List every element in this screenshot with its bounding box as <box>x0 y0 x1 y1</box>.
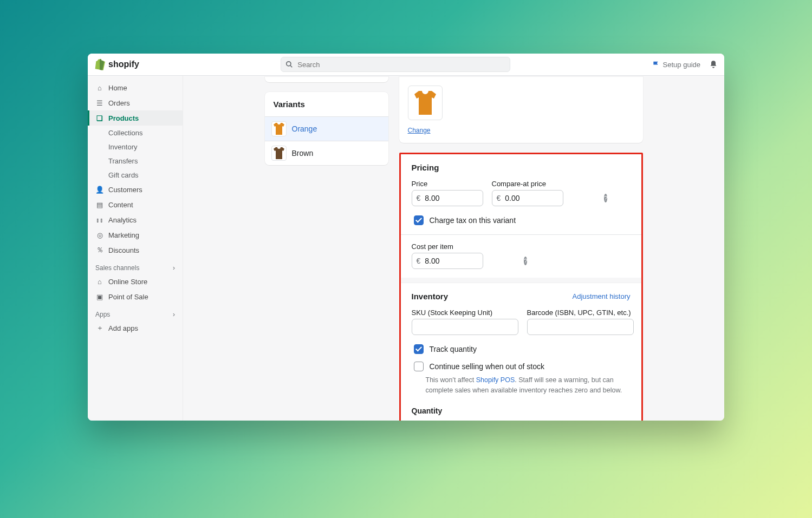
search-input[interactable] <box>281 57 510 72</box>
change-image-link[interactable]: Change <box>408 127 431 134</box>
nav-products[interactable]: ❏Products <box>88 110 183 126</box>
cost-field[interactable] <box>424 256 521 266</box>
variant-thumb <box>271 121 287 136</box>
inventory-title: Inventory <box>412 292 449 301</box>
sales-channels-header[interactable]: Sales channels› <box>88 258 183 274</box>
nav-home[interactable]: ⌂Home <box>88 80 183 95</box>
content-icon: ▤ <box>95 201 104 209</box>
compare-label: Compare-at price <box>492 180 563 188</box>
adjustment-history-link[interactable]: Adjustment history <box>573 292 631 300</box>
pricing-card: Pricing Price € <box>401 154 641 278</box>
person-icon: 👤 <box>95 186 104 194</box>
nav-transfers[interactable]: Transfers <box>88 154 183 168</box>
nav-online-store[interactable]: ⌂Online Store <box>88 274 183 289</box>
bell-icon[interactable] <box>709 60 718 69</box>
nav-marketing[interactable]: ◎Marketing <box>88 227 183 242</box>
nav-inventory[interactable]: Inventory <box>88 140 183 154</box>
tshirt-icon <box>274 147 284 159</box>
app-window: shopify Setup guide ⌂Home ☰Orders ❏Produ… <box>88 54 724 421</box>
quantity-title: Quantity <box>412 406 631 415</box>
logo[interactable]: shopify <box>94 58 139 70</box>
nav-pos[interactable]: ▣Point of Sale <box>88 289 183 304</box>
store-icon: ⌂ <box>95 278 104 286</box>
barcode-field[interactable] <box>532 322 629 332</box>
content-area: Variants Orange Brown <box>183 76 724 421</box>
tshirt-icon <box>274 123 284 135</box>
sku-field[interactable] <box>417 322 514 332</box>
variants-card: Variants Orange Brown <box>265 92 388 165</box>
discounts-icon: ％ <box>95 245 104 255</box>
search-icon <box>285 61 293 68</box>
nav-collections[interactable]: Collections <box>88 126 183 140</box>
price-label: Price <box>412 180 483 188</box>
plus-icon: ＋ <box>95 323 104 333</box>
help-icon[interactable]: ? <box>604 194 607 202</box>
svg-point-0 <box>287 62 291 66</box>
barcode-input[interactable] <box>527 319 634 335</box>
search-field[interactable] <box>296 60 505 69</box>
continue-selling-label: Continue selling when out of stock <box>430 362 544 371</box>
chevron-right-icon: › <box>173 311 175 318</box>
track-quantity-label: Track quantity <box>430 345 477 353</box>
price-input[interactable]: € <box>412 190 483 206</box>
svg-line-1 <box>290 65 293 68</box>
add-apps-button[interactable]: ＋Add apps <box>88 320 183 336</box>
charge-tax-checkbox[interactable] <box>414 215 424 225</box>
pos-icon: ▣ <box>95 293 104 301</box>
sku-label: SKU (Stock Keeping Unit) <box>412 309 518 317</box>
variants-title: Variants <box>265 92 388 116</box>
home-icon: ⌂ <box>95 84 104 92</box>
orders-icon: ☰ <box>95 99 104 107</box>
logo-text: shopify <box>108 60 139 69</box>
nav-analytics[interactable]: ⫾⫾Analytics <box>88 212 183 227</box>
shopify-bag-icon <box>94 58 105 70</box>
chevron-right-icon: › <box>173 264 175 272</box>
nav-content[interactable]: ▤Content <box>88 197 183 212</box>
flag-icon <box>652 61 660 68</box>
sku-input[interactable] <box>412 319 518 335</box>
variant-image-card: Change <box>399 77 643 143</box>
shopify-pos-link[interactable]: Shopify POS <box>476 376 515 384</box>
variant-brown[interactable]: Brown <box>265 141 388 165</box>
nav-orders[interactable]: ☰Orders <box>88 95 183 110</box>
tshirt-icon <box>414 90 436 116</box>
highlighted-region: Pricing Price € <box>399 153 643 421</box>
setup-guide-button[interactable]: Setup guide <box>652 61 700 69</box>
compare-input[interactable]: € ? <box>492 190 563 206</box>
inventory-card: Inventory Adjustment history SKU (Stock … <box>401 283 641 421</box>
sidebar: ⌂Home ☰Orders ❏Products Collections Inve… <box>88 76 183 421</box>
analytics-icon: ⫾⫾ <box>95 216 104 224</box>
track-quantity-checkbox[interactable] <box>414 344 424 354</box>
card-stub <box>265 77 388 82</box>
charge-tax-label: Charge tax on this variant <box>430 216 516 225</box>
apps-header[interactable]: Apps› <box>88 304 183 320</box>
pricing-title: Pricing <box>412 163 631 172</box>
variant-image[interactable] <box>408 86 443 120</box>
variant-orange[interactable]: Orange <box>265 116 388 141</box>
compare-field[interactable] <box>504 193 601 203</box>
marketing-icon: ◎ <box>95 231 104 239</box>
variant-thumb <box>271 146 287 161</box>
cost-input[interactable]: € ? <box>412 253 483 269</box>
topbar: shopify Setup guide <box>88 54 724 76</box>
continue-selling-checkbox[interactable] <box>414 362 424 371</box>
help-icon[interactable]: ? <box>524 257 527 265</box>
barcode-label: Barcode (ISBN, UPC, GTIN, etc.) <box>527 309 634 317</box>
nav-customers[interactable]: 👤Customers <box>88 182 183 197</box>
tag-icon: ❏ <box>95 114 104 122</box>
cost-label: Cost per item <box>412 242 483 251</box>
nav-discounts[interactable]: ％Discounts <box>88 242 183 258</box>
continue-selling-note: This won't affect Shopify POS. Staff wil… <box>426 375 631 396</box>
nav-gift-cards[interactable]: Gift cards <box>88 168 183 182</box>
